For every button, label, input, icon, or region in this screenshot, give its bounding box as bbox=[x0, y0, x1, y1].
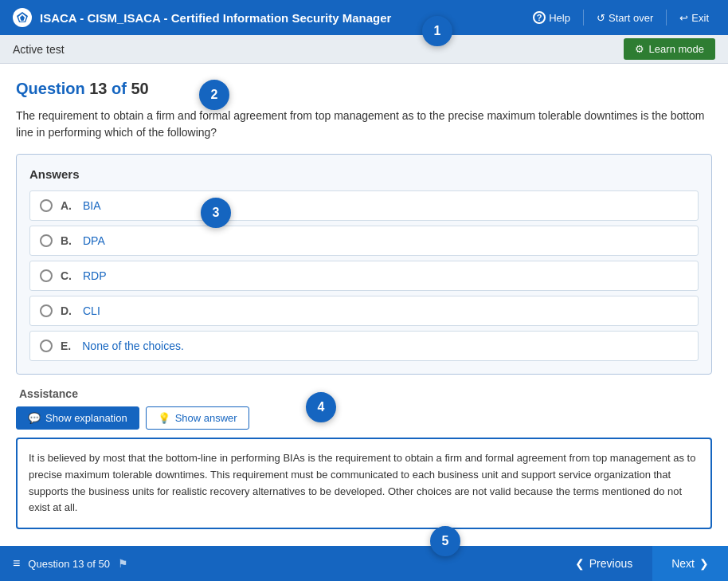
help-icon: ? bbox=[533, 11, 546, 24]
label-d: D. bbox=[61, 304, 72, 317]
header: ISACA - CISM_ISACA - Certified Informati… bbox=[0, 0, 728, 35]
exit-button[interactable]: ↩ Exit bbox=[673, 9, 715, 27]
step-indicator-4: 4 bbox=[306, 392, 336, 422]
previous-button[interactable]: ❮ Previous bbox=[555, 546, 652, 581]
radio-d bbox=[40, 304, 53, 317]
logo-icon bbox=[16, 11, 29, 24]
step-indicator-1: 1 bbox=[422, 16, 452, 46]
label-e: E. bbox=[61, 340, 71, 352]
text-a: BIA bbox=[83, 199, 101, 212]
header-left: ISACA - CISM_ISACA - Certified Informati… bbox=[13, 8, 391, 27]
show-answer-button[interactable]: 💡 Show answer bbox=[146, 406, 249, 430]
step-indicator-3: 3 bbox=[201, 198, 231, 228]
answer-option-c[interactable]: C. RDP bbox=[29, 261, 699, 291]
question-number: Question 13 of 50 bbox=[16, 80, 149, 98]
footer-nav: ❮ Previous Next ❯ bbox=[555, 546, 728, 581]
answer-option-d[interactable]: D. CLI bbox=[29, 296, 699, 326]
next-chevron-icon: ❯ bbox=[699, 557, 709, 570]
answers-title: Answers bbox=[29, 167, 699, 181]
learn-mode-icon: ⚙ bbox=[635, 43, 644, 55]
explanation-text: It is believed by most that the bottom-l… bbox=[29, 452, 695, 513]
label-c: C. bbox=[61, 269, 72, 282]
radio-e bbox=[40, 340, 53, 352]
start-over-button[interactable]: ↺ Start over bbox=[590, 9, 660, 27]
footer-left: ≡ Question 13 of 50 ⚑ bbox=[0, 556, 128, 571]
assistance-buttons: 💬 Show explanation 💡 Show answer bbox=[16, 406, 712, 430]
answer-option-a[interactable]: A. BIA bbox=[29, 190, 699, 221]
radio-c bbox=[40, 269, 53, 282]
label-b: B. bbox=[61, 234, 72, 247]
divider2 bbox=[666, 10, 667, 26]
answer-option-e[interactable]: E. None of the choices. bbox=[29, 331, 699, 361]
question-header: Question 13 of 50 bbox=[16, 80, 712, 98]
start-over-icon: ↺ bbox=[597, 12, 605, 24]
learn-mode-button[interactable]: ⚙ Learn mode bbox=[624, 38, 715, 60]
exit-icon: ↩ bbox=[679, 12, 688, 24]
app-logo bbox=[13, 8, 32, 27]
prev-chevron-icon: ❮ bbox=[575, 557, 585, 570]
answers-section: Answers A. BIA B. DPA C. RDP D. CLI E. N… bbox=[16, 154, 712, 375]
app-title: ISACA - CISM_ISACA - Certified Informati… bbox=[40, 11, 391, 25]
answer-icon: 💡 bbox=[158, 412, 170, 424]
explanation-icon: 💬 bbox=[28, 412, 41, 424]
explanation-box: It is believed by most that the bottom-l… bbox=[16, 438, 712, 529]
text-d: CLI bbox=[83, 304, 100, 317]
divider bbox=[583, 10, 584, 26]
help-button[interactable]: ? Help bbox=[526, 8, 577, 27]
assistance-section: Assistance 💬 Show explanation 💡 Show ans… bbox=[16, 387, 712, 529]
footer: ≡ Question 13 of 50 ⚑ ❮ Previous Next ❯ bbox=[0, 546, 728, 581]
main-content: Question 13 of 50 The requirement to obt… bbox=[0, 64, 728, 546]
text-b: DPA bbox=[83, 234, 105, 247]
label-a: A. bbox=[61, 199, 72, 212]
text-c: RDP bbox=[83, 269, 107, 282]
step-indicator-5: 5 bbox=[430, 526, 460, 556]
list-icon: ≡ bbox=[13, 556, 20, 571]
footer-question-label: Question 13 of 50 bbox=[28, 558, 110, 570]
active-test-label: Active test bbox=[13, 43, 65, 56]
question-text: The requirement to obtain a firm and for… bbox=[16, 108, 712, 141]
radio-b bbox=[40, 234, 53, 247]
show-explanation-button[interactable]: 💬 Show explanation bbox=[16, 406, 139, 430]
text-e: None of the choices. bbox=[82, 340, 184, 352]
step-indicator-2: 2 bbox=[199, 80, 229, 110]
flag-icon: ⚑ bbox=[118, 557, 128, 570]
next-button[interactable]: Next ❯ bbox=[652, 546, 728, 581]
active-test-bar: Active test ⚙ Learn mode bbox=[0, 35, 728, 64]
radio-a bbox=[40, 199, 53, 212]
answer-option-b[interactable]: B. DPA bbox=[29, 226, 699, 256]
header-right: ? Help ↺ Start over ↩ Exit bbox=[526, 8, 715, 27]
assistance-title: Assistance bbox=[16, 387, 712, 400]
